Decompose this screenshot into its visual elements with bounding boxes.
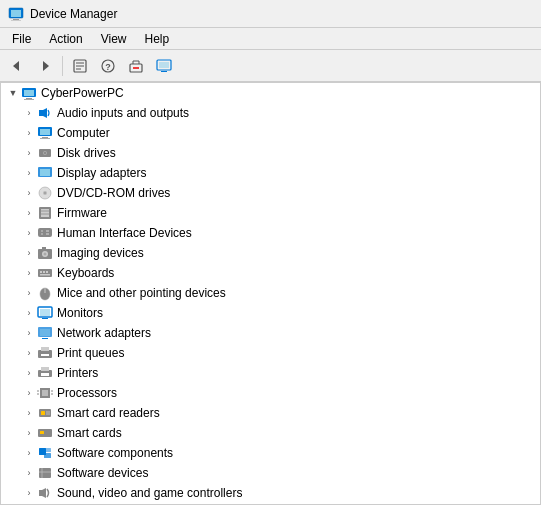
menu-action[interactable]: Action [41, 30, 90, 48]
item-label: Network adapters [57, 326, 151, 340]
expand-firmware[interactable]: › [21, 205, 37, 221]
expand-hid[interactable]: › [21, 225, 37, 241]
svg-rect-24 [39, 110, 43, 116]
menu-file[interactable]: File [4, 30, 39, 48]
svg-rect-72 [42, 390, 48, 396]
expand-mice[interactable]: › [21, 285, 37, 301]
uninstall-button[interactable] [123, 54, 149, 78]
network-icon [37, 325, 53, 341]
item-label: Keyboards [57, 266, 114, 280]
display-icon [37, 165, 53, 181]
list-item[interactable]: › Printers [1, 363, 540, 383]
svg-rect-70 [41, 373, 49, 376]
root-expand[interactable]: ▼ [5, 85, 21, 101]
monitor-button[interactable] [151, 54, 177, 78]
svg-rect-39 [41, 209, 49, 217]
expand-dvd[interactable]: › [21, 185, 37, 201]
item-label: Imaging devices [57, 246, 144, 260]
item-label: Mice and other pointing devices [57, 286, 226, 300]
svg-rect-42 [38, 228, 52, 237]
expand-print-queues[interactable]: › [21, 345, 37, 361]
root-label: CyberPowerPC [41, 86, 124, 100]
list-item[interactable]: › Monitors [1, 303, 540, 323]
list-item[interactable]: › Smart cards [1, 423, 540, 443]
svg-rect-28 [42, 137, 48, 138]
expand-processors[interactable]: › [21, 385, 37, 401]
menu-bar: File Action View Help [0, 28, 541, 50]
list-item[interactable]: › Human Interface Devices [1, 223, 540, 243]
svg-rect-86 [39, 468, 51, 478]
svg-rect-21 [24, 90, 34, 96]
title-bar-text: Device Manager [30, 7, 117, 21]
audio-icon [37, 105, 53, 121]
list-item[interactable]: › Disk drives [1, 143, 540, 163]
disk-icon [37, 145, 53, 161]
menu-view[interactable]: View [93, 30, 135, 48]
sound-icon [37, 485, 53, 501]
list-item[interactable]: › Network adapters [1, 323, 540, 343]
list-item[interactable]: › Imaging devices [1, 243, 540, 263]
list-item[interactable]: › Computer [1, 123, 540, 143]
tree-container[interactable]: ▼ CyberPowerPC › Audio inputs and output… [0, 82, 541, 505]
list-item[interactable]: › DVD/CD-ROM drives [1, 183, 540, 203]
computer-icon [37, 125, 53, 141]
help-button[interactable]: ? [95, 54, 121, 78]
tree-root[interactable]: ▼ CyberPowerPC [1, 83, 540, 103]
svg-rect-1 [11, 10, 21, 17]
list-item[interactable]: › Display adapters [1, 163, 540, 183]
expand-smart-cards[interactable]: › [21, 425, 37, 441]
keyboard-icon [37, 265, 53, 281]
svg-rect-51 [38, 269, 52, 277]
list-item[interactable]: › Mice and other pointing devices [1, 283, 540, 303]
back-button[interactable] [4, 54, 30, 78]
list-item[interactable]: › Print queues [1, 343, 540, 363]
item-label: Display adapters [57, 166, 146, 180]
expand-display[interactable]: › [21, 165, 37, 181]
menu-help[interactable]: Help [137, 30, 178, 48]
svg-point-49 [44, 253, 47, 256]
hid-icon [37, 225, 53, 241]
svg-rect-69 [41, 367, 49, 371]
expand-printers[interactable]: › [21, 365, 37, 381]
svg-rect-50 [42, 247, 46, 250]
expand-smart-card-readers[interactable]: › [21, 405, 37, 421]
root-icon [21, 85, 37, 101]
expand-monitors[interactable]: › [21, 305, 37, 321]
expand-keyboards[interactable]: › [21, 265, 37, 281]
app-icon [8, 6, 24, 22]
expand-software-devices[interactable]: › [21, 465, 37, 481]
list-item[interactable]: › Smart card readers [1, 403, 540, 423]
expand-imaging[interactable]: › [21, 245, 37, 261]
expand-disk[interactable]: › [21, 145, 37, 161]
software-components-icon [37, 445, 53, 461]
expand-computer[interactable]: › [21, 125, 37, 141]
list-item[interactable]: › Sound, video and game controllers [1, 483, 540, 503]
list-item[interactable]: › Firmware [1, 203, 540, 223]
svg-rect-85 [44, 448, 51, 452]
list-item[interactable]: › Processors [1, 383, 540, 403]
svg-rect-67 [41, 354, 49, 356]
monitors-icon [37, 305, 53, 321]
smart-cards-icon [37, 425, 53, 441]
item-label: DVD/CD-ROM drives [57, 186, 170, 200]
imaging-icon [37, 245, 53, 261]
svg-point-32 [44, 152, 46, 154]
mice-icon [37, 285, 53, 301]
expand-software-components[interactable]: › [21, 445, 37, 461]
item-label: Smart card readers [57, 406, 160, 420]
item-label: Printers [57, 366, 98, 380]
item-label: Monitors [57, 306, 103, 320]
item-label: Print queues [57, 346, 124, 360]
expand-audio[interactable]: › [21, 105, 37, 121]
expand-sound[interactable]: › [21, 485, 37, 501]
properties-button[interactable] [67, 54, 93, 78]
svg-rect-27 [40, 129, 50, 135]
list-item[interactable]: › Software components [1, 443, 540, 463]
list-item[interactable]: › Software devices [1, 463, 540, 483]
list-item[interactable]: › Keyboards [1, 263, 540, 283]
dvd-icon [37, 185, 53, 201]
forward-button[interactable] [32, 54, 58, 78]
item-label: Audio inputs and outputs [57, 106, 189, 120]
list-item[interactable]: › Audio inputs and outputs [1, 103, 540, 123]
expand-network[interactable]: › [21, 325, 37, 341]
